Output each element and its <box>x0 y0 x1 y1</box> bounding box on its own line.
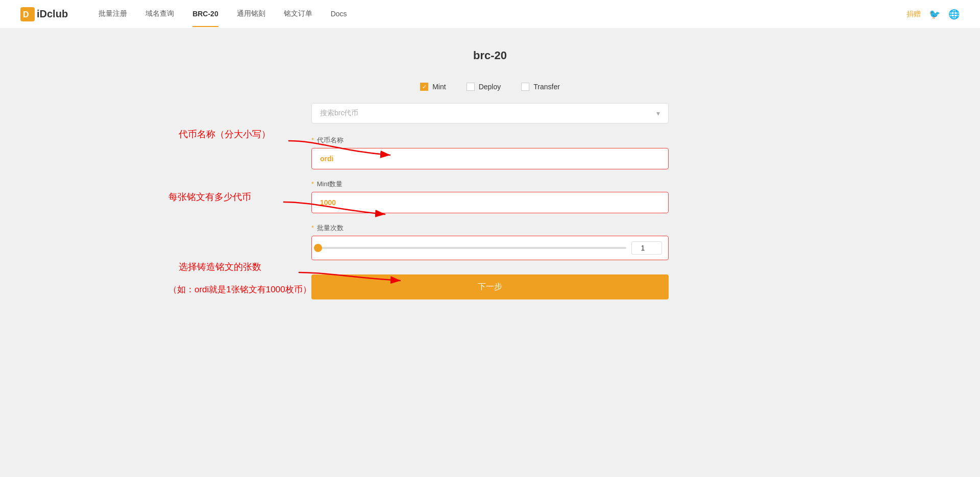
tab-transfer-label: Transfer <box>533 83 560 91</box>
token-name-required-star: * <box>311 136 314 144</box>
main-page: brc-20 Mint Deploy Transfer 搜索brc代币 ▾ * … <box>133 29 847 320</box>
batch-count-input[interactable] <box>631 241 662 255</box>
nav-generic-inscription[interactable]: 通用铭刻 <box>237 9 265 19</box>
mint-amount-required-star: * <box>311 180 314 188</box>
slider-thumb[interactable] <box>314 244 322 252</box>
token-name-input[interactable] <box>311 148 669 169</box>
mint-amount-field-group: * Mint数量 <box>311 180 669 213</box>
annotation-batch-count-detail: （如：ordi就是1张铭文有1000枚币） <box>168 284 311 295</box>
tab-row: Mint Deploy Transfer <box>143 83 837 91</box>
token-name-label: * 代币名称 <box>311 136 669 145</box>
nav-domain-query[interactable]: 域名查询 <box>145 9 174 19</box>
tab-mint-checkbox[interactable] <box>420 83 428 91</box>
slider-track[interactable] <box>318 247 626 249</box>
tab-mint-label: Mint <box>432 83 446 91</box>
twitter-icon[interactable]: 🐦 <box>929 9 940 20</box>
batch-count-field-group: * 批量次数 <box>311 223 669 260</box>
nav-right: 捐赠 🐦 🌐 <box>906 9 960 20</box>
svg-text:D: D <box>23 10 29 19</box>
mint-amount-input[interactable] <box>311 192 669 213</box>
globe-icon[interactable]: 🌐 <box>948 9 960 20</box>
nav-donate[interactable]: 捐赠 <box>906 10 921 19</box>
annotation-mint-amount: 每张铭文有多少代币 <box>168 191 251 203</box>
page-title: brc-20 <box>143 49 837 62</box>
batch-count-required-star: * <box>311 224 314 232</box>
nav-docs[interactable]: Docs <box>331 10 347 19</box>
navbar: D iDclub 批量注册 域名查询 BRC-20 通用铭刻 铭文订单 Docs… <box>0 0 980 29</box>
tab-mint[interactable]: Mint <box>420 83 446 91</box>
tab-deploy-label: Deploy <box>479 83 501 91</box>
form-area: 搜索brc代币 ▾ * 代币名称 * Mint数量 * 批量次数 <box>311 103 669 299</box>
tab-deploy[interactable]: Deploy <box>467 83 501 91</box>
search-placeholder: 搜索brc代币 <box>320 109 358 118</box>
next-button[interactable]: 下一步 <box>311 274 669 299</box>
batch-count-label: * 批量次数 <box>311 223 669 233</box>
token-name-field-group: * 代币名称 <box>311 136 669 169</box>
batch-count-slider-row <box>311 236 669 260</box>
nav-links: 批量注册 域名查询 BRC-20 通用铭刻 铭文订单 Docs <box>99 2 906 27</box>
annotation-token-name: 代币名称（分大小写） <box>179 128 271 140</box>
chevron-down-icon: ▾ <box>656 109 660 117</box>
tab-transfer-checkbox[interactable] <box>521 83 529 91</box>
logo-text: iDclub <box>37 8 68 20</box>
tab-transfer[interactable]: Transfer <box>521 83 560 91</box>
mint-amount-label: * Mint数量 <box>311 180 669 189</box>
logo[interactable]: D iDclub <box>20 7 68 21</box>
nav-inscription-order[interactable]: 铭文订单 <box>284 9 312 19</box>
search-dropdown[interactable]: 搜索brc代币 ▾ <box>311 103 669 123</box>
nav-brc20[interactable]: BRC-20 <box>192 10 218 27</box>
tab-deploy-checkbox[interactable] <box>467 83 475 91</box>
annotation-batch-count: 选择铸造铭文的张数 <box>179 261 261 273</box>
nav-batch-register[interactable]: 批量注册 <box>99 9 127 19</box>
